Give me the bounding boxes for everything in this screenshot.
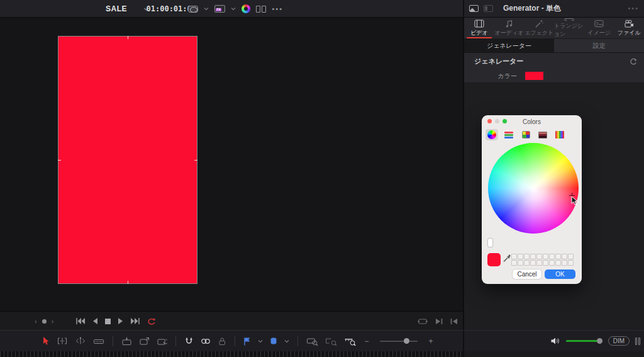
- divider: [175, 336, 176, 346]
- volume-slider[interactable]: [566, 340, 602, 342]
- match-frame-out-icon[interactable]: [435, 318, 443, 325]
- selected-color-well[interactable]: [487, 253, 501, 266]
- fx-overlay-icon[interactable]: FX: [214, 5, 225, 13]
- dual-viewer-icon[interactable]: [256, 6, 266, 13]
- eyedropper-icon[interactable]: [502, 252, 511, 263]
- flag-icon[interactable]: [243, 337, 251, 346]
- marker-icon[interactable]: [270, 337, 277, 345]
- overwrite-clip-icon[interactable]: [139, 337, 150, 346]
- music-note-icon: [505, 20, 514, 28]
- transport-controls: [75, 312, 156, 331]
- viewer-options-icon[interactable]: •••: [272, 6, 283, 13]
- solid-color-clip[interactable]: [58, 36, 197, 284]
- ok-button[interactable]: OK: [545, 269, 575, 279]
- swatch-grid[interactable]: [511, 254, 574, 266]
- resize-handle-right[interactable]: [194, 160, 197, 161]
- tab-effects[interactable]: エフェクト: [524, 18, 554, 38]
- mixer-toggle-icon[interactable]: [635, 337, 640, 345]
- zoom-slider-handle[interactable]: [404, 338, 409, 344]
- divider: [113, 336, 113, 346]
- reset-icon[interactable]: [629, 57, 638, 65]
- tab-transition[interactable]: トランジション: [554, 18, 584, 38]
- goto-end-icon[interactable]: [130, 317, 140, 325]
- inspector-header: Generator - 単色 •••: [464, 0, 644, 17]
- edit-tools: − +: [0, 331, 464, 351]
- subtab-generator[interactable]: ジェネレーター: [464, 39, 554, 52]
- zoom-window-icon[interactable]: [502, 119, 507, 123]
- timeline-selector[interactable]: SALE: [106, 0, 149, 18]
- generator-section-header[interactable]: ジェネレーター: [464, 53, 644, 69]
- color-wheel-mode-icon[interactable]: [486, 129, 498, 140]
- linked-selection-icon[interactable]: [201, 337, 211, 346]
- loop-playback-icon[interactable]: [147, 317, 156, 326]
- transport-bar: ‹›: [0, 311, 463, 330]
- loop-region-icon[interactable]: [418, 318, 428, 325]
- zoom-out-button[interactable]: −: [363, 337, 370, 346]
- inspector-tabs: ビデオ オーディオ エフェクト トランジション イメージ: [464, 18, 644, 39]
- chevron-down-icon[interactable]: [258, 339, 263, 343]
- chevron-down-icon[interactable]: [204, 7, 209, 11]
- timeline-toolbar: − + DIM: [0, 330, 644, 351]
- transform-overlay-icon[interactable]: [188, 6, 198, 13]
- stop-icon[interactable]: [104, 318, 111, 325]
- minimize-icon: [495, 119, 499, 123]
- color-wheel[interactable]: [488, 143, 579, 234]
- timeline-name[interactable]: SALE: [106, 4, 127, 13]
- transition-icon: [564, 18, 574, 21]
- snapping-magnet-icon[interactable]: [184, 337, 194, 346]
- tab-image[interactable]: イメージ: [584, 18, 614, 38]
- insert-clip-icon[interactable]: [121, 337, 132, 346]
- detail-zoom-icon[interactable]: [325, 337, 337, 346]
- timeline-ruler[interactable]: [0, 351, 464, 357]
- dialog-titlebar[interactable]: Colors: [482, 115, 582, 128]
- tab-file[interactable]: ファイル: [614, 18, 644, 38]
- tab-video[interactable]: ビデオ: [464, 18, 494, 38]
- speaker-icon[interactable]: [550, 337, 560, 345]
- divider: [297, 336, 298, 346]
- subtab-settings[interactable]: 設定: [554, 39, 644, 52]
- resize-handle-left[interactable]: [58, 160, 61, 161]
- pencils-mode-icon[interactable]: [553, 129, 566, 140]
- clip-thumbnail-icon[interactable]: [469, 5, 479, 12]
- jog-control[interactable]: ‹›: [35, 312, 53, 331]
- color-label: カラー: [464, 72, 517, 81]
- color-palettes-mode-icon[interactable]: [519, 129, 532, 140]
- dim-button[interactable]: DIM: [608, 336, 630, 346]
- chevron-down-icon[interactable]: [231, 7, 236, 11]
- panel-toggle-icon[interactable]: [484, 5, 493, 12]
- goto-start-icon[interactable]: [75, 317, 86, 325]
- volume-handle[interactable]: [597, 338, 602, 344]
- mouse-cursor: [571, 196, 579, 206]
- magic-wand-icon: [535, 20, 543, 28]
- full-extent-zoom-icon[interactable]: [306, 337, 318, 346]
- brightness-slider-handle[interactable]: [488, 239, 492, 247]
- volume-fill: [566, 340, 599, 342]
- zoom-slider[interactable]: [380, 341, 418, 342]
- viewer-canvas[interactable]: [0, 18, 463, 311]
- tab-audio[interactable]: オーディオ: [494, 18, 525, 38]
- dynamic-trim-mode-icon[interactable]: [75, 337, 86, 345]
- chevron-down-icon[interactable]: [284, 339, 289, 343]
- jog-dot[interactable]: [42, 319, 47, 324]
- image-palettes-mode-icon[interactable]: [536, 129, 549, 140]
- viewer-header: SALE 01:00:01:03 FX •••: [0, 0, 464, 17]
- inspector-options-icon[interactable]: •••: [628, 5, 639, 12]
- brightness-slider[interactable]: [489, 239, 575, 246]
- resize-handle-top[interactable]: [128, 36, 128, 39]
- match-frame-in-icon[interactable]: [450, 318, 458, 325]
- selection-tool-icon[interactable]: [42, 336, 50, 346]
- zoom-in-button[interactable]: +: [427, 337, 435, 346]
- color-wheel-icon[interactable]: [242, 4, 250, 13]
- trim-edit-mode-icon[interactable]: [57, 337, 68, 345]
- play-reverse-icon[interactable]: [92, 317, 98, 325]
- color-sliders-mode-icon[interactable]: [502, 129, 515, 140]
- razor-edit-mode-icon[interactable]: [93, 337, 104, 345]
- lock-icon[interactable]: [218, 337, 226, 346]
- cancel-button[interactable]: Cancel: [513, 269, 541, 279]
- play-icon[interactable]: [118, 317, 124, 325]
- resize-handle-bottom[interactable]: [128, 281, 128, 284]
- close-icon[interactable]: [487, 119, 492, 123]
- custom-zoom-icon[interactable]: [344, 337, 356, 346]
- color-swatch[interactable]: [525, 72, 543, 80]
- replace-clip-icon[interactable]: [157, 337, 167, 346]
